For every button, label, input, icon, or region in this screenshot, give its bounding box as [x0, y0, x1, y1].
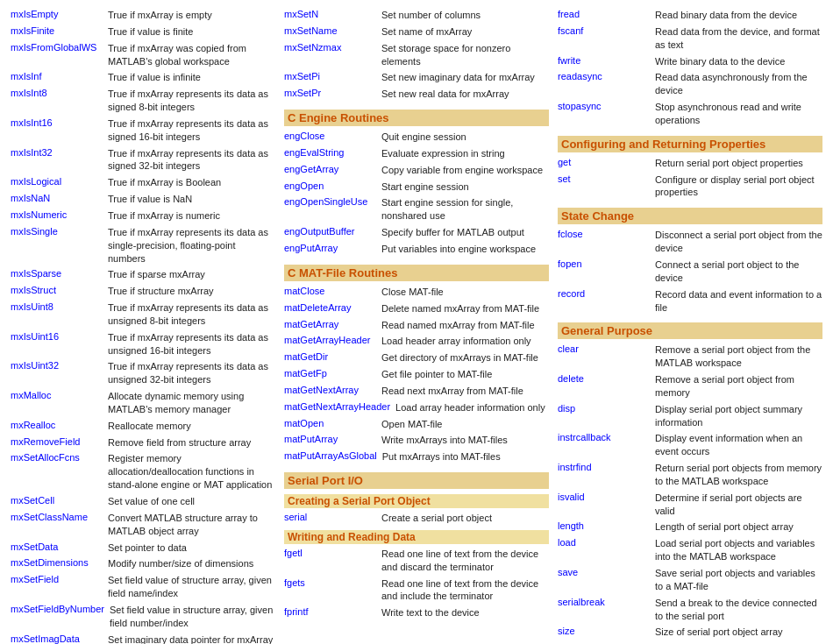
entry-link[interactable]: mxSetFieldByNumber [11, 604, 104, 630]
entry-description: Read next mxArray from MAT-file [381, 385, 523, 398]
entry-link[interactable]: fgetl [284, 548, 376, 574]
entry-link[interactable]: mxIsNaN [11, 193, 103, 206]
entry-link[interactable]: engGetArray [284, 164, 376, 177]
entry-description: Set pointer to data [108, 541, 187, 555]
entry-description: Send a break to the device connected to … [655, 597, 822, 623]
entry-link[interactable]: matDeleteArray [284, 302, 376, 315]
entry-link[interactable]: mxIsInt16 [11, 117, 103, 144]
entry-link[interactable]: matClose [284, 286, 376, 299]
entry-link[interactable]: matGetArray [284, 319, 376, 332]
entry-link[interactable]: serialbreak [558, 597, 650, 623]
entry-link[interactable]: matPutArrayAsGlobal [284, 450, 377, 464]
entry-link[interactable]: mxIsLogical [11, 176, 103, 189]
entry-link[interactable]: readasync [558, 71, 650, 97]
entry-link[interactable]: stopasync [558, 101, 650, 127]
list-item: mxIsUint32True if mxArray represents its… [11, 360, 275, 386]
list-item: fwriteWrite binary data to the device [558, 55, 822, 68]
entry-link[interactable]: mxSetField [11, 574, 103, 600]
entry-link[interactable]: mxSetClassName [11, 512, 103, 538]
entry-link[interactable]: instrcallback [558, 432, 650, 458]
entry-description: Configure or display serial port object … [655, 173, 822, 200]
entry-link[interactable]: set [558, 173, 650, 200]
entry-description: Start engine session [381, 180, 469, 194]
entry-link[interactable]: delete [558, 373, 650, 400]
list-item: mxSetNzmaxSet storage space for nonzero … [284, 42, 549, 68]
entry-description: Remove a serial port object from the MAT… [655, 343, 822, 370]
entry-link[interactable]: mxIsInt8 [11, 88, 103, 114]
entry-link[interactable]: engClose [284, 131, 376, 144]
list-item: mxIsInt16True if mxArray represents its … [11, 117, 275, 144]
entry-link[interactable]: matOpen [284, 418, 376, 431]
entry-link[interactable]: mxIsEmpty [11, 9, 103, 22]
entry-link[interactable]: length [558, 520, 650, 534]
entry-link[interactable]: mxMalloc [11, 390, 103, 416]
entry-link[interactable]: get [558, 157, 650, 170]
list-item: serialCreate a serial port object [284, 512, 549, 525]
entry-link[interactable]: mxSetN [284, 9, 376, 22]
list-item: fopenConnect a serial port object to the… [558, 258, 822, 285]
entry-link[interactable]: fopen [558, 258, 650, 285]
entry-link[interactable]: mxIsSparse [11, 268, 103, 281]
entry-link[interactable]: matGetArrayHeader [284, 335, 376, 348]
entry-link[interactable]: engOpenSingleUse [284, 196, 376, 223]
entry-description: Set storage space for nonzero elements [381, 42, 549, 68]
entry-link[interactable]: size [558, 626, 650, 639]
entry-link[interactable]: mxSetNzmax [284, 42, 376, 68]
list-item: mxIsInt8True if mxArray represents its d… [11, 88, 275, 114]
entry-link[interactable]: engOutputBuffer [284, 226, 376, 239]
entry-link[interactable]: mxIsSingle [11, 226, 103, 265]
entry-link[interactable]: mxIsStruct [11, 285, 103, 298]
entry-link[interactable]: mxRemoveField [11, 436, 103, 449]
entry-link[interactable]: disp [558, 403, 650, 429]
entry-link[interactable]: mxSetCell [11, 495, 103, 508]
entry-link[interactable]: mxIsUint32 [11, 360, 103, 386]
entry-link[interactable]: fscanf [558, 25, 650, 52]
entry-link[interactable]: record [558, 288, 650, 315]
entry-link[interactable]: mxSetAllocFcns [11, 452, 103, 492]
entry-link[interactable]: engOpen [284, 180, 376, 194]
entry-link[interactable]: instrfind [558, 462, 650, 488]
entry-description: Specify buffer for MATLAB output [381, 226, 524, 239]
entry-link[interactable]: matPutArray [284, 434, 376, 447]
list-item: mxSetAllocFcnsRegister memory allocation… [11, 452, 275, 492]
section-header: General Purpose [558, 322, 822, 339]
entry-link[interactable]: mxSetData [11, 541, 103, 555]
list-item: mxSetFieldSet field value of structure a… [11, 574, 275, 600]
entry-link[interactable]: matGetNextArray [284, 385, 376, 398]
entry-link[interactable]: fread [558, 9, 650, 22]
entry-link[interactable]: load [558, 537, 650, 563]
entry-link[interactable]: matGetDir [284, 351, 376, 364]
entry-link[interactable]: matGetFp [284, 368, 376, 381]
entry-link[interactable]: mxSetName [284, 25, 376, 39]
entry-link[interactable]: mxIsUint8 [11, 301, 103, 328]
entry-link[interactable]: mxIsNumeric [11, 209, 103, 223]
entry-link[interactable]: clear [558, 343, 650, 370]
entry-description: Read named mxArray from MAT-file [381, 319, 535, 332]
entry-link[interactable]: mxIsFinite [11, 25, 103, 39]
entry-link[interactable]: mxRealloc [11, 420, 103, 433]
entry-link[interactable]: engEvalString [284, 147, 376, 160]
entry-link[interactable]: fprintf [284, 606, 376, 619]
entry-link[interactable]: save [558, 567, 650, 593]
entry-description: True if mxArray was copied from MATLAB's… [108, 42, 275, 68]
entry-link[interactable]: mxIsUint16 [11, 331, 103, 357]
entry-link[interactable]: mxSetPr [284, 88, 376, 101]
entry-link[interactable]: mxSetImagData [11, 633, 103, 644]
list-item: mxSetDimensionsModify number/size of dim… [11, 557, 275, 570]
entry-link[interactable]: fwrite [558, 55, 650, 68]
entry-description: True if mxArray is Boolean [108, 176, 221, 189]
entry-description: Set field value of structure array, give… [108, 574, 275, 600]
entry-link[interactable]: mxSetDimensions [11, 557, 103, 570]
entry-link[interactable]: matGetNextArrayHeader [284, 401, 390, 414]
entry-link[interactable]: serial [284, 512, 376, 525]
entry-link[interactable]: mxSetPi [284, 71, 376, 84]
list-item: mxSetCellSet value of one cell [11, 495, 275, 508]
entry-link[interactable]: fgets [284, 577, 376, 604]
entry-link[interactable]: mxIsInt32 [11, 147, 103, 173]
entry-link[interactable]: isvalid [558, 492, 650, 518]
entry-link[interactable]: mxIsInf [11, 71, 103, 84]
entry-link[interactable]: fclose [558, 229, 650, 255]
entry-link[interactable]: engPutArray [284, 243, 376, 256]
entry-link[interactable]: mxIsFromGlobalWS [11, 42, 103, 68]
entry-description: Determine if serial port objects are val… [655, 492, 822, 518]
